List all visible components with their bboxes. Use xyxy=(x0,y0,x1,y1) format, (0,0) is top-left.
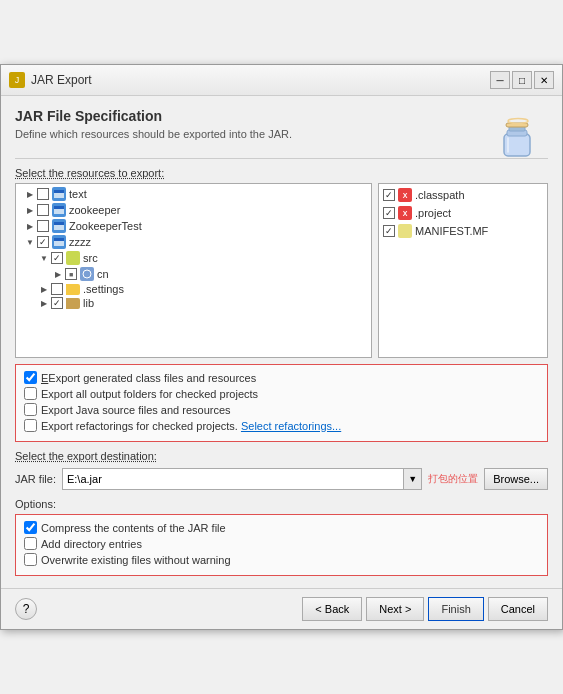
expand-settings[interactable]: ▶ xyxy=(38,283,50,295)
close-button[interactable]: ✕ xyxy=(534,71,554,89)
jar-file-label: JAR file: xyxy=(15,473,56,485)
right-item-manifest[interactable]: MANIFEST.MF xyxy=(381,222,545,240)
minimize-icon: ─ xyxy=(496,75,503,86)
back-button[interactable]: < Back xyxy=(302,597,362,621)
expand-text[interactable]: ▶ xyxy=(24,188,36,200)
destination-label: Select the export destination: xyxy=(15,450,548,462)
tree-item-lib[interactable]: ▶ lib xyxy=(18,296,369,310)
select-refactorings-link[interactable]: Select refactorings... xyxy=(241,420,341,432)
export-option-3-checkbox[interactable] xyxy=(24,403,37,416)
jar-hint-text: 打包的位置 xyxy=(428,472,478,486)
lib-icon xyxy=(66,298,80,309)
options-box: Compress the contents of the JAR file Ad… xyxy=(15,514,548,576)
right-item-classpath[interactable]: X .classpath xyxy=(381,186,545,204)
jar-icon xyxy=(494,116,538,160)
checkbox-lib[interactable] xyxy=(51,297,63,309)
header-area: JAR File Specification Define which reso… xyxy=(15,108,548,159)
resources-section: Select the resources to export: ▶ xyxy=(15,167,548,358)
page-subtitle: Define which resources should be exporte… xyxy=(15,128,548,140)
right-label-classpath: .classpath xyxy=(415,189,465,201)
title-bar-buttons: ─ □ ✕ xyxy=(490,71,554,89)
options-label-1: Compress the contents of the JAR file xyxy=(41,522,226,534)
package-icon-cn xyxy=(80,267,94,281)
svg-rect-11 xyxy=(54,222,64,225)
close-icon: ✕ xyxy=(540,75,548,86)
footer-left: ? xyxy=(15,598,37,620)
tree-label-lib: lib xyxy=(83,297,94,309)
svg-point-4 xyxy=(508,119,528,124)
checkbox-settings[interactable] xyxy=(51,283,63,295)
export-option-2-label: Export all output folders for checked pr… xyxy=(41,388,258,400)
tree-item-settings[interactable]: ▶ .settings xyxy=(18,282,369,296)
options-label-2: Add directory entries xyxy=(41,538,142,550)
export-option-row-3: Export Java source files and resources xyxy=(24,403,539,416)
options-section-label: Options: xyxy=(15,498,548,510)
checkbox-zookeepertest[interactable] xyxy=(37,220,49,232)
tree-item-src[interactable]: ▼ src xyxy=(18,250,369,266)
footer: ? < Back Next > Finish Cancel xyxy=(1,588,562,629)
page-title: JAR File Specification xyxy=(15,108,548,124)
checkbox-zookeeper[interactable] xyxy=(37,204,49,216)
svg-rect-13 xyxy=(54,238,64,241)
expand-zzzz[interactable]: ▼ xyxy=(24,236,36,248)
expand-zookeepertest[interactable]: ▶ xyxy=(24,220,36,232)
options-row-1: Compress the contents of the JAR file xyxy=(24,521,539,534)
svg-rect-7 xyxy=(54,190,64,193)
tree-item-text[interactable]: ▶ text xyxy=(18,186,369,202)
jar-file-input[interactable] xyxy=(62,468,404,490)
minimize-button[interactable]: ─ xyxy=(490,71,510,89)
tree-label-settings: .settings xyxy=(83,283,124,295)
options-row-2: Add directory entries xyxy=(24,537,539,550)
title-bar-left: J JAR Export xyxy=(9,72,92,88)
jar-export-window: J JAR Export ─ □ ✕ JAR File Specificatio… xyxy=(0,64,563,630)
window-title: JAR Export xyxy=(31,73,92,87)
cancel-button[interactable]: Cancel xyxy=(488,597,548,621)
maximize-button[interactable]: □ xyxy=(512,71,532,89)
browse-button[interactable]: Browse... xyxy=(484,468,548,490)
tree-item-zookeepertest[interactable]: ▶ ZookeeperTest xyxy=(18,218,369,234)
checkbox-src[interactable] xyxy=(51,252,63,264)
main-content: JAR File Specification Define which reso… xyxy=(1,96,562,588)
expand-lib[interactable]: ▶ xyxy=(38,297,50,309)
export-option-2-checkbox[interactable] xyxy=(24,387,37,400)
checkbox-classpath[interactable] xyxy=(383,189,395,201)
tree-label-zookeepertest: ZookeeperTest xyxy=(69,220,142,232)
combobox-arrow[interactable]: ▼ xyxy=(404,468,422,490)
destination-section: Select the export destination: JAR file:… xyxy=(15,450,548,490)
expand-cn[interactable]: ▶ xyxy=(52,268,64,280)
tree-label-text: text xyxy=(69,188,87,200)
export-option-4-checkbox[interactable] xyxy=(24,419,37,432)
help-button[interactable]: ? xyxy=(15,598,37,620)
export-option-row-1: EExport generated class files and resour… xyxy=(24,371,539,384)
finish-button[interactable]: Finish xyxy=(428,597,483,621)
options-checkbox-1[interactable] xyxy=(24,521,37,534)
right-label-manifest: MANIFEST.MF xyxy=(415,225,488,237)
export-option-4-label: Export refactorings for checked projects… xyxy=(41,420,341,432)
export-option-1-label: EExport generated class files and resour… xyxy=(41,372,256,384)
maximize-icon: □ xyxy=(519,75,525,86)
options-checkbox-2[interactable] xyxy=(24,537,37,550)
export-option-row-4: Export refactorings for checked projects… xyxy=(24,419,539,432)
checkbox-text[interactable] xyxy=(37,188,49,200)
options-checkbox-3[interactable] xyxy=(24,553,37,566)
right-item-project[interactable]: X .project xyxy=(381,204,545,222)
expand-src[interactable]: ▼ xyxy=(38,252,50,264)
next-button[interactable]: Next > xyxy=(366,597,424,621)
classpath-icon: X xyxy=(398,188,412,202)
tree-item-cn[interactable]: ▶ cn xyxy=(18,266,369,282)
export-option-3-label: Export Java source files and resources xyxy=(41,404,231,416)
tree-item-zzzz[interactable]: ▼ zzzz xyxy=(18,234,369,250)
tree-item-zookeeper[interactable]: ▶ zookeeper xyxy=(18,202,369,218)
checkbox-zzzz[interactable] xyxy=(37,236,49,248)
project-icon-zookeeper xyxy=(52,203,66,217)
window-icon: J xyxy=(9,72,25,88)
checkbox-cn[interactable] xyxy=(65,268,77,280)
tree-scroll[interactable]: ▶ text ▶ xyxy=(16,184,371,357)
dropdown-arrow-icon: ▼ xyxy=(408,474,417,484)
checkbox-manifest[interactable] xyxy=(383,225,395,237)
export-option-1-checkbox[interactable] xyxy=(24,371,37,384)
expand-zookeeper[interactable]: ▶ xyxy=(24,204,36,216)
export-options-box: EExport generated class files and resour… xyxy=(15,364,548,442)
checkbox-project[interactable] xyxy=(383,207,395,219)
right-pane[interactable]: X .classpath X .project MANIFEST.MF xyxy=(378,183,548,358)
